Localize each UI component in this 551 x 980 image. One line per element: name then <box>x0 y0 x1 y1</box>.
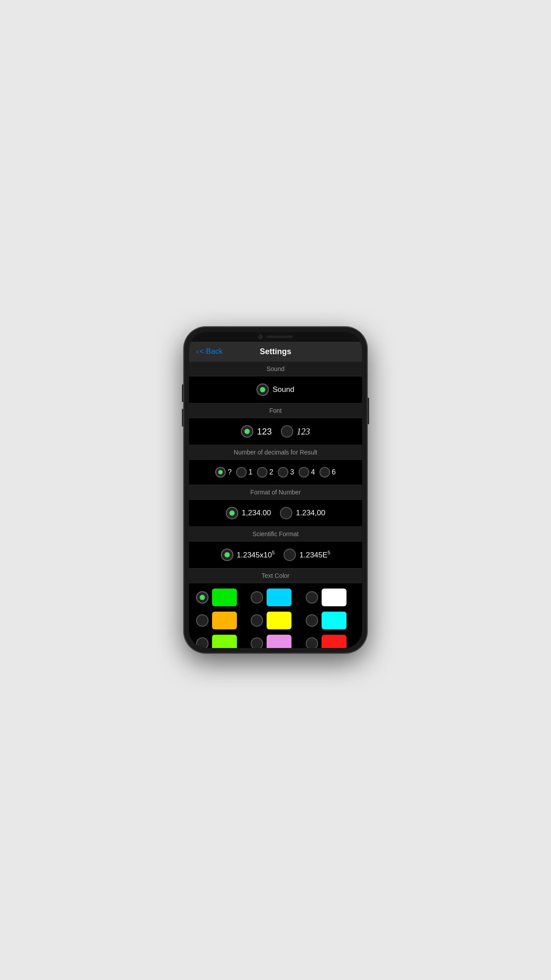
format-dot-dot <box>229 510 235 516</box>
sound-section-body: Sound <box>189 376 362 403</box>
format-comma-label: 1.234,00 <box>296 509 325 518</box>
sci-x-label: 1.2345x105 <box>237 550 275 560</box>
navigation-bar: ‹ < Back Settings <box>189 342 362 361</box>
color-yellow-swatch <box>267 612 291 629</box>
color-orange-radio[interactable] <box>196 614 209 627</box>
format-dot-label: 1,234.00 <box>242 509 271 518</box>
decimal-2-label: 2 <box>269 468 273 476</box>
decimal-auto-label: ? <box>228 468 232 476</box>
font-options-row: 123 123 <box>196 425 355 438</box>
back-button[interactable]: ‹ < Back <box>196 347 223 356</box>
color-white-swatch <box>322 589 346 606</box>
sound-label: Sound <box>272 385 294 394</box>
format-dot-radio[interactable] <box>226 507 238 519</box>
sci-e-label: 1.2345E5 <box>299 550 330 560</box>
color-red-swatch <box>322 635 346 648</box>
color-cyan-item[interactable] <box>251 589 300 606</box>
volume-up-button <box>182 384 184 402</box>
decimal-3-option[interactable]: 3 <box>278 467 294 478</box>
decimal-1-option[interactable]: 1 <box>236 467 252 478</box>
font-serif-option[interactable]: 123 <box>281 425 310 438</box>
color-aqua-radio[interactable] <box>306 614 318 627</box>
font-sans-radio-dot <box>244 429 250 434</box>
page-title: Settings <box>223 347 328 356</box>
phone-screen: ‹ < Back Settings Sound Sound <box>189 332 362 648</box>
decimal-6-label: 6 <box>332 468 336 476</box>
phone-frame: ‹ < Back Settings Sound Sound <box>184 327 367 653</box>
sound-radio-dot <box>260 387 265 392</box>
color-orange-item[interactable] <box>196 612 245 629</box>
decimal-6-option[interactable]: 6 <box>319 467 336 478</box>
color-green-dot <box>200 595 205 600</box>
color-yellow-radio[interactable] <box>251 614 263 627</box>
color-white-item[interactable] <box>306 589 355 606</box>
format-section-header: Format of Number <box>189 485 362 500</box>
format-options-row: 1,234.00 1.234,00 <box>196 507 355 519</box>
sound-options-row: Sound <box>196 383 355 396</box>
decimals-section-header: Number of decimals for Result <box>189 445 362 460</box>
back-label[interactable]: < Back <box>200 347 223 356</box>
decimal-3-radio[interactable] <box>278 467 288 478</box>
color-cyan-swatch <box>267 589 291 606</box>
sci-x-radio[interactable] <box>221 549 233 561</box>
sci-x-option[interactable]: 1.2345x105 <box>221 549 275 561</box>
power-button <box>367 398 369 424</box>
color-lime-item[interactable] <box>196 635 245 648</box>
color-red-item[interactable] <box>306 635 355 648</box>
color-pink-item[interactable] <box>251 635 300 648</box>
font-sans-radio-button[interactable] <box>241 425 253 438</box>
camera-area <box>189 332 362 342</box>
color-aqua-swatch <box>322 612 346 629</box>
scientific-options-row: 1.2345x105 1.2345E5 <box>196 549 355 561</box>
color-lime-swatch <box>212 635 237 648</box>
decimal-3-label: 3 <box>290 468 294 476</box>
decimal-4-radio[interactable] <box>299 467 309 478</box>
color-aqua-item[interactable] <box>306 612 355 629</box>
format-dot-option[interactable]: 1,234.00 <box>226 507 271 519</box>
sound-option[interactable]: Sound <box>256 383 294 396</box>
decimal-2-radio[interactable] <box>257 467 268 478</box>
decimal-2-option[interactable]: 2 <box>257 467 273 478</box>
color-grid <box>189 583 362 648</box>
color-white-radio[interactable] <box>306 591 318 604</box>
color-red-radio[interactable] <box>306 637 318 648</box>
decimal-1-label: 1 <box>248 468 252 476</box>
back-chevron-icon: ‹ <box>196 347 199 356</box>
decimal-6-radio[interactable] <box>319 467 330 478</box>
color-green-item[interactable] <box>196 589 245 606</box>
font-section-header: Font <box>189 403 362 418</box>
color-green-swatch <box>212 589 237 606</box>
scientific-section-body: 1.2345x105 1.2345E5 <box>189 541 362 568</box>
color-pink-radio[interactable] <box>251 637 263 648</box>
sci-e-sup: 5 <box>327 550 330 555</box>
sci-x-dot <box>224 552 230 557</box>
settings-content[interactable]: Sound Sound Font <box>189 361 362 648</box>
color-pink-swatch <box>267 635 291 648</box>
scientific-section-header: Scientific Format <box>189 526 362 541</box>
decimals-options-row: ? 1 2 3 4 <box>196 467 355 478</box>
decimal-1-radio[interactable] <box>236 467 247 478</box>
decimal-auto-radio[interactable] <box>215 467 226 478</box>
color-green-radio[interactable] <box>196 591 209 604</box>
color-cyan-radio[interactable] <box>251 591 263 604</box>
font-sans-option[interactable]: 123 <box>241 425 272 438</box>
sound-radio-button[interactable] <box>256 383 269 396</box>
decimal-auto-option[interactable]: ? <box>215 467 232 478</box>
sci-e-option[interactable]: 1.2345E5 <box>283 549 330 561</box>
color-lime-radio[interactable] <box>196 637 209 648</box>
front-camera <box>258 335 263 339</box>
volume-down-button <box>182 409 184 427</box>
sci-e-radio[interactable] <box>283 549 296 561</box>
sound-section-header: Sound <box>189 361 362 376</box>
sci-x-sup: 5 <box>272 550 275 555</box>
sci-e-pre: 1.2345E <box>299 551 327 559</box>
decimals-section-body: ? 1 2 3 4 <box>189 460 362 485</box>
font-serif-radio-button[interactable] <box>281 425 293 438</box>
color-orange-swatch <box>212 612 237 629</box>
font-section-body: 123 123 <box>189 418 362 445</box>
format-comma-option[interactable]: 1.234,00 <box>280 507 325 519</box>
color-yellow-item[interactable] <box>251 612 300 629</box>
decimal-4-label: 4 <box>311 468 315 476</box>
format-comma-radio[interactable] <box>280 507 292 519</box>
decimal-4-option[interactable]: 4 <box>299 467 315 478</box>
